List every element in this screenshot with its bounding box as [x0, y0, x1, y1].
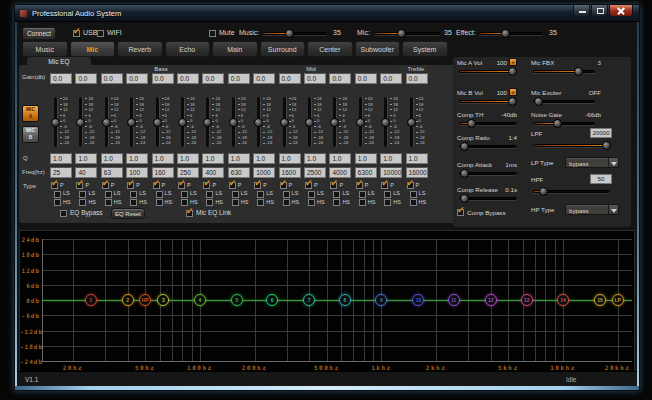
eq-gain-slider-knob-14[interactable] — [381, 118, 390, 127]
eq-gain-input-14[interactable]: 0.0 — [380, 73, 402, 84]
mic-a-vol-spinner-button[interactable]: + — [509, 58, 517, 66]
eq-type-p-checkbox-12[interactable]: ✓ — [330, 182, 337, 189]
eq-point-14[interactable]: 14 — [557, 294, 569, 306]
hpf-slider[interactable] — [533, 190, 610, 193]
lpf-slider-knob[interactable] — [602, 141, 611, 150]
comp-ratio-slider[interactable] — [459, 145, 517, 148]
eq-q-input-9[interactable]: 1.0 — [253, 153, 275, 164]
close-button[interactable] — [609, 5, 633, 17]
eq-type-ls-checkbox-2[interactable]: ✓ — [79, 191, 86, 198]
eq-q-input-13[interactable]: 1.0 — [355, 153, 377, 164]
eq-freq-input-6[interactable]: 250 — [177, 167, 199, 178]
eq-type-p-checkbox-10[interactable]: ✓ — [280, 182, 287, 189]
eq-freq-input-7[interactable]: 400 — [202, 167, 224, 178]
eq-point-5[interactable]: 5 — [231, 294, 243, 306]
eq-gain-slider-knob-8[interactable] — [229, 118, 238, 127]
maximize-button[interactable] — [591, 5, 608, 17]
eq-freq-input-2[interactable]: 40 — [75, 167, 97, 178]
eq-gain-input-9[interactable]: 0.0 — [253, 73, 275, 84]
mic-exciter-slider[interactable] — [533, 100, 595, 103]
eq-type-ls-checkbox-13[interactable]: ✓ — [359, 191, 366, 198]
mic-a-button[interactable]: MICA — [22, 105, 39, 122]
eq-point-6[interactable]: 6 — [266, 294, 278, 306]
comp-th-slider-knob[interactable] — [467, 119, 476, 128]
eq-q-input-1[interactable]: 1.0 — [50, 153, 72, 164]
eq-gain-slider-knob-13[interactable] — [356, 118, 365, 127]
eq-q-input-2[interactable]: 1.0 — [75, 153, 97, 164]
eq-gain-input-1[interactable]: 0.0 — [50, 73, 72, 84]
eq-reset-button[interactable]: EQ Reset — [111, 208, 145, 219]
comp-bypass-checkbox[interactable]: ✓ — [457, 209, 464, 216]
eq-gain-slider-12[interactable]: 24181260-6-12-18-24 — [329, 97, 353, 147]
eq-gain-slider-11[interactable]: 24181260-6-12-18-24 — [304, 97, 328, 147]
mic-slider-knob[interactable] — [397, 29, 406, 38]
eq-type-ls-checkbox-1[interactable]: ✓ — [54, 191, 61, 198]
eq-point-hp[interactable]: HP — [139, 294, 151, 306]
comp-ratio-slider-knob[interactable] — [460, 142, 469, 151]
eq-gain-slider-8[interactable]: 24181260-6-12-18-24 — [228, 97, 252, 147]
eq-gain-input-7[interactable]: 0.0 — [202, 73, 224, 84]
eq-freq-input-3[interactable]: 63 — [101, 167, 123, 178]
eq-type-ls-checkbox-15[interactable]: ✓ — [410, 191, 417, 198]
eq-gain-input-4[interactable]: 0.0 — [126, 73, 148, 84]
eq-type-ls-checkbox-6[interactable]: ✓ — [181, 191, 188, 198]
connect-button[interactable]: Connect — [22, 27, 56, 40]
eq-q-input-4[interactable]: 1.0 — [126, 153, 148, 164]
eq-freq-input-10[interactable]: 1600 — [279, 167, 301, 178]
eq-q-input-3[interactable]: 1.0 — [101, 153, 123, 164]
eq-gain-slider-5[interactable]: 24181260-6-12-18-24 — [152, 97, 176, 147]
eq-type-p-checkbox-2[interactable]: ✓ — [76, 182, 83, 189]
eq-point-lp[interactable]: LP — [612, 294, 624, 306]
mic-a-vol-slider[interactable] — [459, 70, 517, 73]
eq-point-8[interactable]: 8 — [339, 294, 351, 306]
mic-b-vol-slider-knob[interactable] — [508, 97, 517, 106]
eq-type-p-checkbox-5[interactable]: ✓ — [153, 182, 160, 189]
mic-fbx-slider[interactable] — [533, 70, 595, 73]
lpf-input[interactable]: 20000 — [590, 128, 612, 138]
hpf-input[interactable]: 50 — [590, 174, 612, 184]
eq-type-hs-checkbox-2[interactable]: ✓ — [79, 199, 86, 206]
eq-gain-slider-9[interactable]: 24181260-6-12-18-24 — [253, 97, 277, 147]
eq-gain-slider-knob-3[interactable] — [102, 118, 111, 127]
comp-release-slider[interactable] — [459, 197, 517, 200]
mute-checkbox[interactable]: ✓ — [209, 30, 216, 37]
eq-type-hs-checkbox-4[interactable]: ✓ — [130, 199, 137, 206]
eq-type-ls-checkbox-12[interactable]: ✓ — [333, 191, 340, 198]
mic-b-button[interactable]: MICB — [22, 126, 39, 143]
mic-b-vol-spinner-button[interactable]: + — [509, 88, 517, 96]
hp-type-dropdown-button[interactable] — [608, 205, 618, 214]
tab-surround[interactable]: Surround — [260, 41, 306, 57]
eq-type-hs-checkbox-12[interactable]: ✓ — [333, 199, 340, 206]
eq-gain-slider-14[interactable]: 24181260-6-12-18-24 — [380, 97, 404, 147]
eq-type-p-checkbox-11[interactable]: ✓ — [305, 182, 312, 189]
eq-freq-input-12[interactable]: 4000 — [329, 167, 351, 178]
tab-center[interactable]: Center — [307, 41, 353, 57]
eq-point-3[interactable]: 3 — [157, 294, 169, 306]
eq-gain-slider-knob-7[interactable] — [203, 118, 212, 127]
eq-gain-slider-knob-5[interactable] — [153, 118, 162, 127]
comp-th-slider[interactable] — [459, 122, 517, 125]
eq-type-p-checkbox-4[interactable]: ✓ — [127, 182, 134, 189]
eq-type-hs-checkbox-13[interactable]: ✓ — [359, 199, 366, 206]
eq-type-hs-checkbox-10[interactable]: ✓ — [283, 199, 290, 206]
eq-gain-slider-knob-6[interactable] — [178, 118, 187, 127]
eq-gain-slider-knob-9[interactable] — [254, 118, 263, 127]
lp-type-dropdown[interactable]: bypass — [565, 157, 619, 168]
eq-type-p-checkbox-8[interactable]: ✓ — [229, 182, 236, 189]
eq-gain-input-11[interactable]: 0.0 — [304, 73, 326, 84]
eq-freq-input-8[interactable]: 630 — [228, 167, 250, 178]
tab-music[interactable]: Music — [22, 41, 68, 57]
eq-type-ls-checkbox-7[interactable]: ✓ — [206, 191, 213, 198]
eq-type-hs-checkbox-3[interactable]: ✓ — [105, 199, 112, 206]
eq-type-p-checkbox-15[interactable]: ✓ — [407, 182, 414, 189]
tab-echo[interactable]: Echo — [165, 41, 211, 57]
eq-gain-input-8[interactable]: 0.0 — [228, 73, 250, 84]
eq-type-hs-checkbox-7[interactable]: ✓ — [206, 199, 213, 206]
hp-type-dropdown[interactable]: bypass — [565, 204, 619, 215]
comp-attack-slider[interactable] — [459, 172, 517, 175]
eq-freq-input-11[interactable]: 2500 — [304, 167, 326, 178]
wifi-checkbox[interactable]: ✓ — [97, 30, 104, 37]
eq-point-1[interactable]: 1 — [85, 294, 97, 306]
eq-type-ls-checkbox-8[interactable]: ✓ — [232, 191, 239, 198]
music-slider[interactable] — [262, 32, 327, 35]
